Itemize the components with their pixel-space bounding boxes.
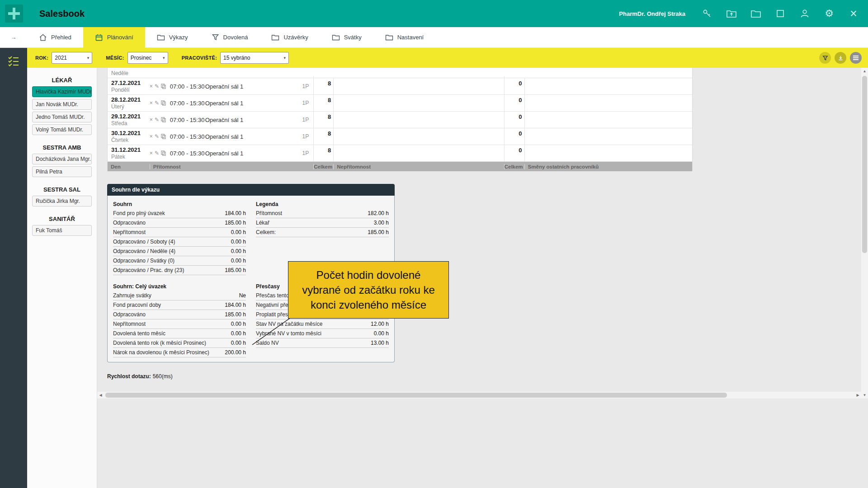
delete-shift-icon[interactable]: ×	[150, 117, 153, 122]
delete-shift-icon[interactable]: ×	[150, 84, 153, 89]
cell-date: 27.12.2021 Pondělí	[108, 78, 150, 94]
schedule-row-partial: Neděle	[108, 68, 692, 78]
delete-shift-icon[interactable]: ×	[150, 134, 153, 139]
col-header-celkem: Celkem	[313, 164, 333, 169]
row-value: 0.00 h	[231, 330, 246, 337]
sidebar-person[interactable]: Jedno Tomáš MUDr.	[32, 112, 92, 122]
menu-button[interactable]	[850, 52, 862, 64]
checklist-icon[interactable]	[7, 55, 20, 488]
horizontal-scrollbar[interactable]: ◀ ▶	[97, 392, 861, 399]
absence-cell	[333, 78, 504, 94]
settings-gear-icon[interactable]: ⚙	[824, 8, 835, 19]
col-header-den: Den	[108, 164, 150, 169]
month-select[interactable]: Prosinec ▾	[127, 52, 168, 64]
shift-time: 07:00 - 15:30	[170, 145, 205, 161]
nav-item-prehled[interactable]: Přehled	[27, 27, 83, 48]
copy-shift-icon[interactable]	[161, 84, 166, 89]
scroll-down-icon[interactable]: ▼	[861, 392, 868, 399]
chevron-down-icon: ▾	[87, 56, 90, 60]
sidebar-person[interactable]: Pilná Petra	[32, 166, 92, 177]
shift-place: Operační sál 1	[205, 78, 290, 94]
sidebar-person[interactable]: Docházková Jana Mgr.	[32, 154, 92, 164]
row-label: Saldo NV	[256, 340, 279, 346]
cell-actions: × ✎	[150, 128, 170, 145]
row-label: Odpracováno / Soboty (4)	[113, 239, 175, 245]
year-label: ROK:	[35, 55, 48, 61]
sidebar-person[interactable]: Hlavička Kazimír MUDr.	[32, 86, 92, 97]
close-icon[interactable]: ×	[848, 8, 859, 19]
folder-icon[interactable]	[750, 8, 761, 19]
delete-shift-icon[interactable]: ×	[150, 150, 153, 156]
row-value: 0.00 h	[231, 321, 246, 327]
nav-item-vykazy[interactable]: Výkazy	[145, 27, 200, 48]
nav-item-dovolena[interactable]: Dovolená	[200, 27, 260, 48]
nav-item-svatky[interactable]: Svátky	[320, 27, 373, 48]
sidebar-person[interactable]: Ručička Jirka Mgr.	[32, 196, 92, 206]
main-nav: → Přehled Plánování Výkazy Dovolená Uzáv…	[0, 27, 868, 48]
row-label: Nepřítomnost	[113, 321, 146, 327]
row-label: Přítomnost	[256, 210, 282, 216]
edit-shift-icon[interactable]: ✎	[155, 84, 159, 89]
day-text: Pondělí	[111, 87, 150, 94]
nav-item-nastaveni[interactable]: Nastavení	[373, 27, 436, 48]
stop-square-icon[interactable]	[775, 8, 786, 19]
copy-shift-icon[interactable]	[161, 100, 166, 106]
edit-shift-icon[interactable]: ✎	[155, 134, 159, 139]
vertical-scrollbar[interactable]: ▲ ▼	[861, 68, 868, 399]
tooltip-callout: Počet hodin dovolené vybrané od začátku …	[288, 261, 449, 319]
group-title-sestra-amb: SESTRA AMB	[27, 144, 97, 151]
copy-shift-icon[interactable]	[161, 134, 166, 139]
sidebar-person[interactable]: Volný Tomáš MUDr.	[32, 124, 92, 135]
day-text: Středa	[111, 120, 150, 127]
summary-section-souhrn: Souhrn Fond pro plný úvazek184.00 h Odpr…	[113, 201, 246, 275]
edit-shift-icon[interactable]: ✎	[155, 150, 159, 156]
row-value: 182.00 h	[368, 210, 389, 216]
top-bar: Salesbook PharmDr. Ondřej Straka ⚙ ×	[0, 0, 868, 27]
user-icon[interactable]	[799, 8, 810, 19]
row-label: Zahrnuje svátky	[113, 292, 151, 299]
absence-total	[504, 76, 524, 78]
row-label: Odpracováno / Prac. dny (23)	[113, 267, 184, 273]
filter-actions	[819, 52, 868, 64]
horizontal-scroll-thumb[interactable]	[105, 393, 727, 398]
row-label: Odpracováno	[113, 311, 146, 318]
nav-item-planovani[interactable]: Plánování	[83, 27, 145, 48]
copy-shift-icon[interactable]	[161, 150, 166, 156]
row-label: Lékař	[256, 220, 269, 226]
collapse-arrow-icon[interactable]: →	[0, 34, 27, 41]
delete-shift-icon[interactable]: ×	[150, 100, 153, 106]
download-button[interactable]	[835, 52, 846, 64]
section-title: Souhrn	[113, 201, 246, 207]
year-select[interactable]: 2021 ▾	[52, 52, 92, 64]
row-label: Odpracováno / Neděle (4)	[113, 248, 175, 254]
folder-export-icon[interactable]	[726, 8, 737, 19]
vertical-scroll-thumb[interactable]	[862, 76, 867, 253]
others-cell	[524, 95, 692, 111]
summary-row: Přítomnost182.00 h	[256, 209, 389, 218]
filter-funnel-button[interactable]	[819, 52, 831, 64]
schedule-row: 28.12.2021 Úterý × ✎ 07:00 - 15:30 Opera…	[108, 95, 692, 112]
scroll-up-icon[interactable]: ▲	[861, 68, 868, 75]
key-icon[interactable]	[702, 8, 712, 19]
summary-row: Zahrnuje svátkyNe	[113, 291, 246, 300]
scroll-right-icon[interactable]: ▶	[854, 392, 861, 399]
current-user-name: PharmDr. Ondřej Straka	[619, 10, 685, 17]
copy-shift-icon[interactable]	[161, 117, 166, 122]
cell-actions: × ✎	[150, 112, 170, 128]
row-label: Stav NV na začátku měsíce	[256, 321, 322, 327]
shift-tag: 1P	[289, 128, 313, 145]
filter-bar: ROK: 2021 ▾ MĚSÍC: Prosinec ▾ PRACOVIŠTĚ…	[27, 48, 868, 68]
summary-row: Fond pracovní doby184.00 h	[113, 300, 246, 310]
edit-shift-icon[interactable]: ✎	[155, 117, 159, 122]
edit-shift-icon[interactable]: ✎	[155, 100, 159, 106]
status-value: 560(ms)	[153, 373, 173, 380]
date-text: 27.12.2021	[111, 80, 150, 87]
month-label: MĚSÍC:	[106, 55, 124, 61]
shift-time: 07:00 - 15:30	[170, 95, 205, 111]
sidebar-person[interactable]: Fuk Tomáš	[32, 225, 92, 236]
cell-actions: × ✎	[150, 78, 170, 94]
sidebar-person[interactable]: Jan Novák MUDr.	[32, 99, 92, 110]
nav-item-uzaverky[interactable]: Uzávěrky	[259, 27, 320, 48]
scroll-left-icon[interactable]: ◀	[97, 392, 104, 399]
workplace-select[interactable]: 15 vybráno ▾	[220, 52, 289, 64]
